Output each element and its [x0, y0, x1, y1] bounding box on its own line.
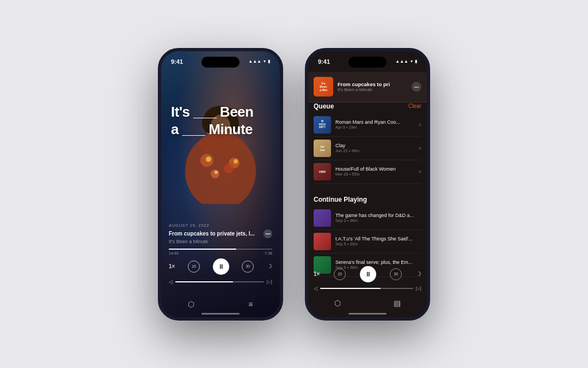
- dynamic-island-right: [348, 57, 387, 68]
- podcast-title-overlay: It's ___ Been a ___ Minute: [171, 103, 270, 138]
- progress-times: 14:44 -7:38: [169, 251, 272, 255]
- queue-item-1-title: Roman Mars and Ryan Coo...: [335, 119, 414, 125]
- right-screen: 9:41 ▲▲▲ ▾ ▮ It'sBeena Min From cupcakes…: [308, 51, 427, 317]
- status-icons-right: ▲▲▲ ▾ ▮: [395, 59, 417, 64]
- left-playback-area: August 29, 2022 From cupcakes to private…: [169, 223, 272, 285]
- queue-item-3-info: House/Full of Black Women Mar 28 • 55m: [335, 166, 414, 177]
- queue-header: Queue Clear: [314, 102, 421, 110]
- skip-back-button-right[interactable]: 15: [334, 268, 346, 280]
- svg-point-3: [211, 170, 219, 178]
- podcast-nav-icon-right[interactable]: ⬡: [334, 299, 341, 307]
- now-playing-thumbnail: It'sBeena Min: [314, 77, 333, 96]
- drag-handle-3[interactable]: ≡: [419, 169, 421, 174]
- bottom-nav-left: ⬡ ≡: [161, 300, 280, 309]
- volume-track-left[interactable]: [175, 281, 264, 282]
- home-indicator-right: [348, 313, 387, 315]
- continue-playing-section: Continue Playing The game has changed fo…: [308, 196, 427, 277]
- now-playing-title: From cupcakes to pri: [338, 81, 407, 87]
- svg-point-7: [215, 171, 218, 174]
- wifi-icon-right: ▾: [411, 59, 413, 64]
- status-icons-left: ▲▲▲ ▾ ▮: [248, 59, 270, 64]
- continue-item-3-title: Serena's final serve; plus, the Em...: [335, 260, 421, 265]
- right-bottom-controls: 1× 15 ⏸ 30 ☽ ◁ ▷): [314, 266, 421, 294]
- svg-point-5: [206, 156, 211, 162]
- queue-label: Queue: [314, 102, 334, 110]
- podcast-nav-icon-left[interactable]: ⬡: [188, 300, 194, 309]
- queue-item-3-meta: Mar 28 • 55m: [335, 172, 414, 177]
- list-nav-icon-left[interactable]: ≡: [248, 300, 253, 309]
- podcast-name-left: It's Been a Minute: [169, 239, 272, 244]
- skip-forward-button-right[interactable]: 30: [390, 268, 402, 280]
- continue-item-2-info: t.A.T.u's 'All The Things She Said'... S…: [335, 236, 421, 246]
- skip-back-button-left[interactable]: 15: [188, 261, 200, 273]
- sleep-timer-button-right[interactable]: ☽: [416, 270, 421, 277]
- queue-clear-button[interactable]: Clear: [408, 103, 421, 109]
- time-elapsed: 14:44: [169, 251, 179, 255]
- dynamic-island-left: [201, 57, 240, 68]
- queue-item[interactable]: HBW House/Full of Black Women Mar 28 • 5…: [314, 160, 421, 184]
- time-right: 9:41: [318, 58, 330, 65]
- play-pause-button-left[interactable]: ⏸: [213, 258, 229, 275]
- continue-item-1-thumbnail: [314, 209, 331, 227]
- bottom-nav-right: ⬡ ▤: [308, 299, 427, 307]
- now-playing-more-button[interactable]: •••: [412, 82, 421, 92]
- queue-item-3-title: House/Full of Black Women: [335, 166, 414, 172]
- continue-item-1-meta: Sep 2 • 36m: [335, 218, 421, 223]
- home-indicator-left: [201, 313, 240, 315]
- continue-item-1-info: The game has changed for D&D a... Sep 2 …: [335, 213, 421, 223]
- volume-min-icon: ◁: [169, 279, 173, 285]
- podcast-cover-art: [177, 79, 264, 204]
- drag-handle-2[interactable]: ≡: [419, 146, 421, 151]
- skip-forward-button-left[interactable]: 30: [242, 261, 254, 273]
- episode-date: August 29, 2022: [169, 223, 272, 228]
- more-button[interactable]: •••: [264, 230, 272, 238]
- now-playing-subtitle: It's Been a Minute: [338, 87, 407, 92]
- time-remaining: -7:38: [264, 251, 272, 255]
- volume-row-right: ◁ ▷): [314, 286, 421, 291]
- continue-playing-item[interactable]: t.A.T.u's 'All The Things She Said'... S…: [314, 230, 421, 254]
- playback-controls-left: 1× 15 ⏸ 30 ☽: [169, 258, 272, 275]
- now-playing-info: From cupcakes to pri It's Been a Minute: [338, 81, 407, 92]
- volume-fill-right: [320, 288, 381, 289]
- continue-playing-label: Continue Playing: [314, 196, 421, 203]
- queue-item-1-meta: Apr 9 • 29m: [335, 125, 414, 130]
- speed-button-left[interactable]: 1×: [169, 263, 175, 269]
- continue-playing-item[interactable]: The game has changed for D&D a... Sep 2 …: [314, 207, 421, 230]
- continue-item-2-meta: Sep 5 • 20m: [335, 242, 421, 246]
- queue-item-2-title: Clay: [335, 143, 414, 148]
- drag-handle-1[interactable]: ≡: [419, 122, 421, 128]
- continue-item-1-title: The game has changed for D&D a...: [335, 213, 421, 218]
- progress-bar[interactable]: 14:44 -7:38: [169, 249, 272, 255]
- speed-button-right[interactable]: 1×: [314, 271, 320, 277]
- signal-icon: ▲▲▲: [248, 59, 261, 64]
- continue-item-2-thumbnail: [314, 233, 331, 250]
- volume-track-right[interactable]: [320, 288, 413, 289]
- now-playing-bar: It'sBeena Min From cupcakes to pri It's …: [308, 72, 427, 102]
- overlay-line2: a ___ Minute: [171, 120, 270, 138]
- time-left: 9:41: [171, 58, 183, 65]
- play-pause-button-right[interactable]: ⏸: [360, 266, 376, 282]
- volume-row-left: ◁ ▷): [169, 279, 272, 285]
- queue-item-1-thumbnail: INPROXIMITY: [314, 116, 331, 134]
- list-nav-icon-right[interactable]: ▤: [394, 299, 401, 307]
- progress-fill: [169, 249, 236, 250]
- queue-item[interactable]: INPROXIMITY Roman Mars and Ryan Coo... A…: [314, 113, 421, 137]
- volume-min-icon-right: ◁: [314, 286, 317, 291]
- battery-icon: ▮: [268, 59, 270, 64]
- svg-point-6: [234, 159, 238, 164]
- queue-item-2-meta: Jun 22 • 49m: [335, 148, 414, 153]
- queue-section: Queue Clear INPROXIMITY Roman Mars and R…: [308, 102, 427, 184]
- queue-item[interactable]: Imma Clay Jun 22 • 49m ≡: [314, 137, 421, 160]
- signal-icon-right: ▲▲▲: [395, 59, 408, 64]
- left-screen: It's ___ Been a ___ Minute 9:41 ▲▲▲ ▾ ▮ …: [161, 51, 280, 317]
- queue-item-2-thumbnail: Imma: [314, 140, 331, 157]
- volume-fill-left: [175, 281, 233, 282]
- phone-left: It's ___ Been a ___ Minute 9:41 ▲▲▲ ▾ ▮ …: [158, 48, 283, 321]
- battery-icon-right: ▮: [415, 59, 417, 64]
- playback-controls-right: 1× 15 ⏸ 30 ☽: [314, 266, 421, 282]
- episode-title-row: From cupcakes to private jets, l... •••: [169, 230, 272, 238]
- sleep-timer-button-left[interactable]: ☽: [267, 263, 272, 270]
- svg-point-4: [224, 164, 234, 173]
- queue-item-2-info: Clay Jun 22 • 49m: [335, 143, 414, 153]
- episode-title: From cupcakes to private jets, l...: [169, 231, 255, 237]
